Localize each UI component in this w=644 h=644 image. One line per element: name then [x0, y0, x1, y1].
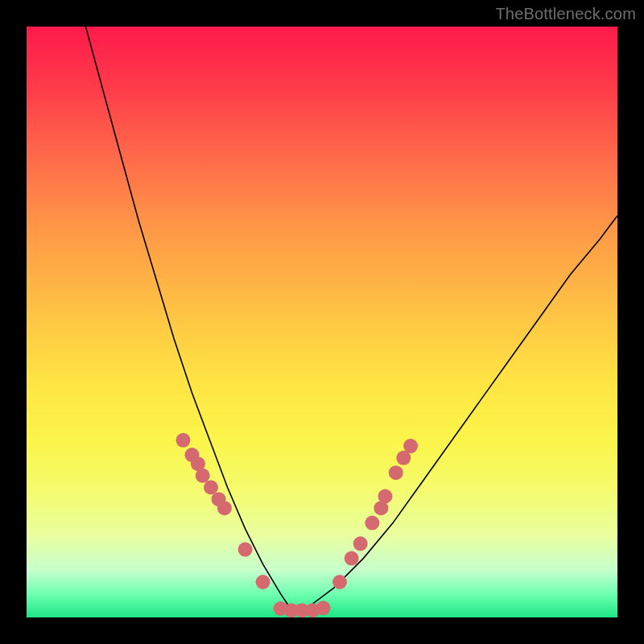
data-dot	[353, 536, 368, 551]
data-dot	[256, 575, 270, 589]
curve-layer	[27, 27, 617, 617]
data-dot	[196, 469, 210, 483]
right-curve	[292, 216, 617, 612]
data-dot	[389, 465, 403, 480]
left-curve	[85, 27, 292, 612]
data-dot	[332, 575, 347, 589]
data-dot	[403, 439, 418, 453]
data-dot	[365, 516, 379, 530]
data-dot	[176, 433, 191, 448]
data-dot	[238, 543, 253, 557]
data-dot	[316, 601, 331, 615]
data-dots	[176, 433, 419, 617]
data-dot	[345, 551, 359, 566]
chart-frame: TheBottleneck.com	[0, 0, 644, 644]
watermark-label: TheBottleneck.com	[495, 5, 636, 23]
data-dot	[204, 481, 218, 495]
plot-area	[27, 27, 617, 617]
data-dot	[217, 501, 232, 515]
data-dot	[378, 489, 393, 504]
